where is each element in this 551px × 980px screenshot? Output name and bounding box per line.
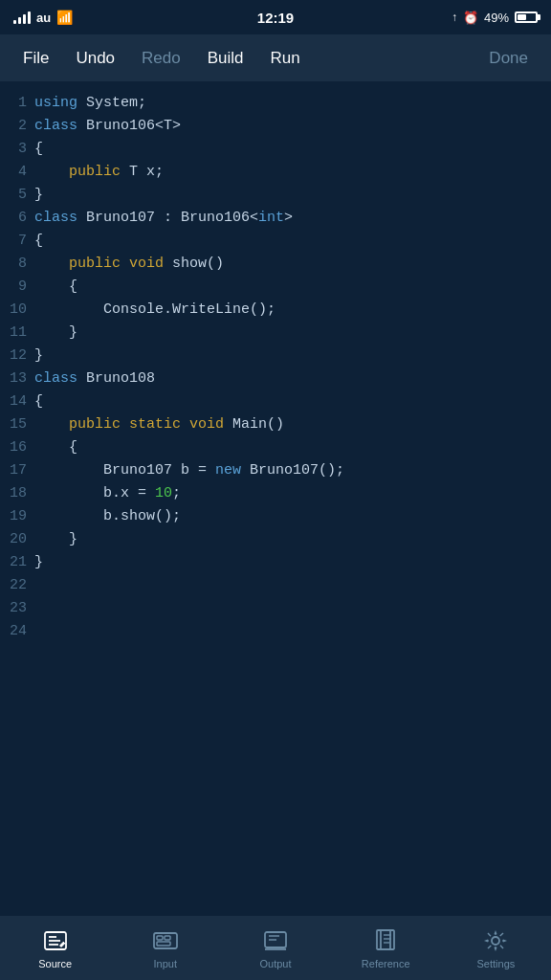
code-line: b.x = 10; — [34, 482, 541, 505]
line-number: 22 — [0, 574, 27, 597]
redo-button[interactable]: Redo — [128, 41, 194, 76]
done-button[interactable]: Done — [475, 41, 541, 76]
line-number: 16 — [0, 436, 27, 459]
line-number: 15 — [0, 413, 27, 436]
code-line: Bruno107 b = new Bruno107(); — [34, 459, 541, 482]
code-line: class Bruno107 : Bruno106<int> — [34, 207, 541, 230]
code-line: { — [34, 138, 541, 161]
svg-point-18 — [492, 937, 499, 945]
line-number: 13 — [0, 368, 27, 390]
line-number: 21 — [0, 551, 27, 574]
line-number: 11 — [0, 322, 27, 345]
tab-source[interactable]: Source — [0, 916, 110, 980]
alarm-icon: ⏰ — [463, 11, 478, 25]
line-number: 2 — [0, 115, 27, 138]
line-number: 19 — [0, 505, 27, 528]
svg-rect-14 — [381, 930, 394, 949]
code-line: } — [34, 528, 541, 551]
reference-icon — [372, 927, 399, 954]
undo-button[interactable]: Undo — [62, 41, 128, 76]
settings-icon — [482, 927, 509, 954]
line-number: 23 — [0, 597, 27, 620]
code-line: Console.WriteLine(); — [34, 299, 541, 322]
status-time: 12:19 — [257, 10, 294, 26]
line-number: 14 — [0, 390, 27, 413]
svg-rect-13 — [377, 930, 390, 949]
line-number: 18 — [0, 482, 27, 505]
code-line: { — [34, 436, 541, 459]
line-number: 4 — [0, 161, 27, 184]
code-line: } — [34, 184, 541, 207]
line-number: 20 — [0, 528, 27, 551]
line-number: 3 — [0, 138, 27, 161]
code-line: } — [34, 322, 541, 345]
line-number: 9 — [0, 276, 27, 299]
code-line: public void show() — [34, 253, 541, 276]
tab-source-label: Source — [38, 958, 72, 969]
toolbar: File Undo Redo Build Run Done — [0, 34, 551, 82]
svg-rect-6 — [157, 936, 163, 940]
code-line: } — [34, 345, 541, 368]
tab-reference-label: Reference — [362, 958, 410, 969]
tab-output[interactable]: Output — [220, 916, 330, 980]
carrier-signal: au 📶 — [13, 10, 73, 25]
code-line: class Bruno106<T> — [34, 115, 541, 138]
line-number: 17 — [0, 459, 27, 482]
output-icon — [262, 927, 289, 954]
status-right: ↑ ⏰ 49% — [452, 11, 538, 25]
code-line: public T x; — [34, 161, 541, 184]
code-area[interactable]: using System;class Bruno106<T>{ public T… — [34, 90, 551, 907]
battery-icon — [515, 11, 538, 23]
line-number: 7 — [0, 230, 27, 253]
tab-reference[interactable]: Reference — [331, 916, 441, 980]
code-line: { — [34, 230, 541, 253]
tab-output-label: Output — [259, 958, 291, 969]
code-line: { — [34, 276, 541, 299]
wifi-icon: 📶 — [56, 10, 73, 25]
code-line: { — [34, 390, 541, 413]
svg-rect-7 — [165, 936, 170, 940]
svg-rect-8 — [157, 942, 170, 946]
location-icon: ↑ — [452, 11, 457, 24]
input-icon — [152, 927, 179, 954]
line-number: 6 — [0, 207, 27, 230]
code-line: class Bruno108 — [34, 368, 541, 390]
tab-input-label: Input — [154, 958, 177, 969]
tab-bar: Source Input Output — [0, 915, 551, 980]
run-button[interactable]: Run — [257, 41, 314, 76]
tab-settings-label: Settings — [477, 958, 516, 969]
carrier-name: au — [36, 11, 51, 25]
build-button[interactable]: Build — [194, 41, 257, 76]
code-line: } — [34, 551, 541, 574]
line-numbers: 123456789101112131415161718192021222324 — [0, 90, 34, 907]
tab-input[interactable]: Input — [110, 916, 220, 980]
line-number: 24 — [0, 620, 27, 643]
line-number: 10 — [0, 299, 27, 322]
status-bar: au 📶 12:19 ↑ ⏰ 49% — [0, 0, 551, 34]
signal-icon — [13, 11, 31, 24]
source-icon — [42, 927, 69, 954]
code-editor[interactable]: 123456789101112131415161718192021222324 … — [0, 82, 551, 915]
line-number: 8 — [0, 253, 27, 276]
code-line: public static void Main() — [34, 413, 541, 436]
line-number: 5 — [0, 184, 27, 207]
line-number: 12 — [0, 345, 27, 368]
code-line: b.show(); — [34, 505, 541, 528]
tab-settings[interactable]: Settings — [441, 916, 551, 980]
file-button[interactable]: File — [10, 41, 62, 76]
code-line: using System; — [34, 92, 541, 115]
line-number: 1 — [0, 92, 27, 115]
battery-percent: 49% — [484, 11, 509, 25]
